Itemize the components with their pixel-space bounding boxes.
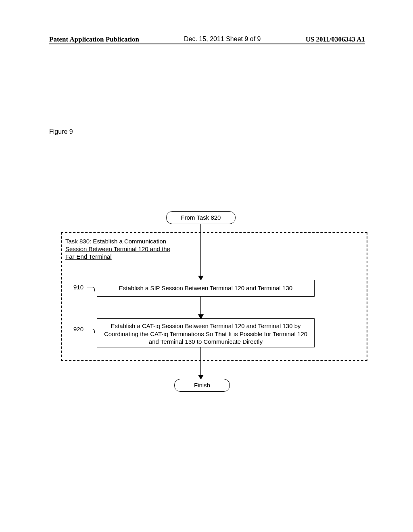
ref-920-label: 920 bbox=[73, 326, 83, 332]
task-title-line: Far-End Terminal bbox=[65, 253, 112, 260]
ref-910-label: 910 bbox=[73, 284, 83, 291]
page-header: Patent Application Publication Dec. 15, … bbox=[49, 35, 365, 44]
header-left: Patent Application Publication bbox=[49, 35, 139, 44]
task-830-title: Task 830: Establish a Communication Sess… bbox=[65, 238, 170, 260]
leader-bracket-icon bbox=[87, 287, 95, 291]
step-920-box: Establish a CAT-iq Session Between Termi… bbox=[97, 318, 315, 347]
header-right: US 2011/0306343 A1 bbox=[306, 35, 365, 44]
header-rule bbox=[49, 44, 365, 44]
figure-label: Figure 9 bbox=[49, 128, 73, 135]
flow-finish-node: Finish bbox=[174, 379, 230, 392]
step-910-box: Establish a SIP Session Between Terminal… bbox=[97, 280, 315, 297]
header-center: Dec. 15, 2011 Sheet 9 of 9 bbox=[184, 35, 261, 44]
task-title-line: Task 830: Establish a Communication bbox=[65, 238, 166, 245]
leader-bracket-icon bbox=[87, 329, 95, 333]
task-title-line: Session Between Terminal 120 and the bbox=[65, 245, 170, 252]
flow-start-node: From Task 820 bbox=[166, 211, 236, 224]
